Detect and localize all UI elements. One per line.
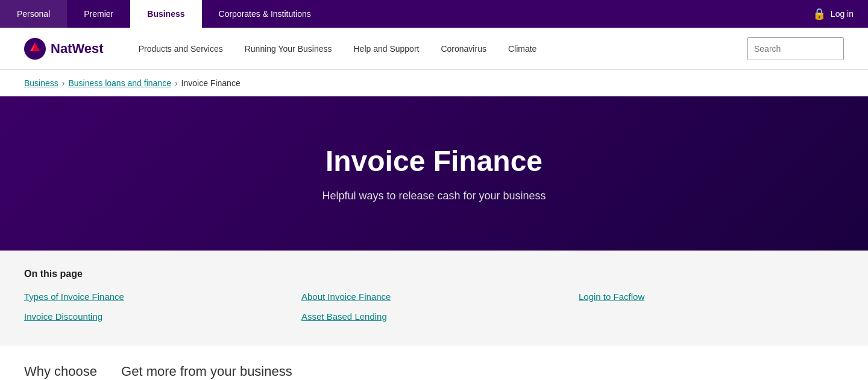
link-login-facflow[interactable]: Login to Facflow (579, 291, 844, 302)
natwest-logo-icon (24, 38, 46, 60)
bottom-col1: Why choose (24, 364, 97, 379)
logo-text: NatWest (51, 41, 104, 57)
search-input[interactable] (748, 38, 844, 60)
nav-help[interactable]: Help and Support (342, 44, 430, 54)
link-about-invoice-finance[interactable]: About Invoice Finance (301, 291, 567, 302)
top-nav: Personal Premier Business Corporates & I… (0, 0, 868, 28)
breadcrumb-loans[interactable]: Business loans and finance (68, 78, 171, 88)
nav-coronavirus[interactable]: Coronavirus (430, 44, 497, 54)
breadcrumb-separator-2: › (175, 78, 178, 88)
breadcrumb: Business › Business loans and finance › … (0, 70, 868, 96)
link-asset-based-lending[interactable]: Asset Based Lending (301, 311, 567, 322)
top-nav-business[interactable]: Business (130, 0, 201, 28)
on-this-page-title: On this page (24, 269, 844, 279)
top-nav-personal[interactable]: Personal (0, 0, 67, 28)
breadcrumb-business[interactable]: Business (24, 78, 58, 88)
bottom-col2: Get more from your business (121, 364, 292, 379)
on-this-page-section: On this page Types of Invoice Finance Ab… (0, 251, 868, 346)
breadcrumb-separator-1: › (62, 78, 65, 88)
main-header: NatWest Products and Services Running Yo… (0, 28, 868, 70)
link-invoice-discounting[interactable]: Invoice Discounting (24, 311, 289, 322)
top-nav-right: 🔒 Log in (813, 0, 868, 28)
main-nav: Products and Services Running Your Busin… (128, 44, 747, 54)
nav-products[interactable]: Products and Services (128, 44, 234, 54)
search-box (747, 37, 844, 60)
nav-climate[interactable]: Climate (497, 44, 547, 54)
on-this-page-links: Types of Invoice Finance About Invoice F… (24, 291, 844, 322)
top-nav-corporates[interactable]: Corporates & Institutions (202, 0, 328, 28)
login-button[interactable]: Log in (831, 9, 854, 19)
hero-section: Invoice Finance Helpful ways to release … (0, 96, 868, 251)
logo[interactable]: NatWest (24, 38, 104, 60)
hero-subtitle: Helpful ways to release cash for your bu… (322, 190, 546, 202)
link-types-invoice-finance[interactable]: Types of Invoice Finance (24, 291, 289, 302)
breadcrumb-current: Invoice Finance (181, 78, 241, 88)
top-nav-premier[interactable]: Premier (67, 0, 130, 28)
nav-running[interactable]: Running Your Business (234, 44, 343, 54)
bottom-hint-section: Why choose Get more from your business (0, 346, 868, 380)
top-nav-items: Personal Premier Business Corporates & I… (0, 0, 813, 28)
login-icon: 🔒 (813, 7, 826, 20)
hero-title: Invoice Finance (326, 145, 542, 178)
